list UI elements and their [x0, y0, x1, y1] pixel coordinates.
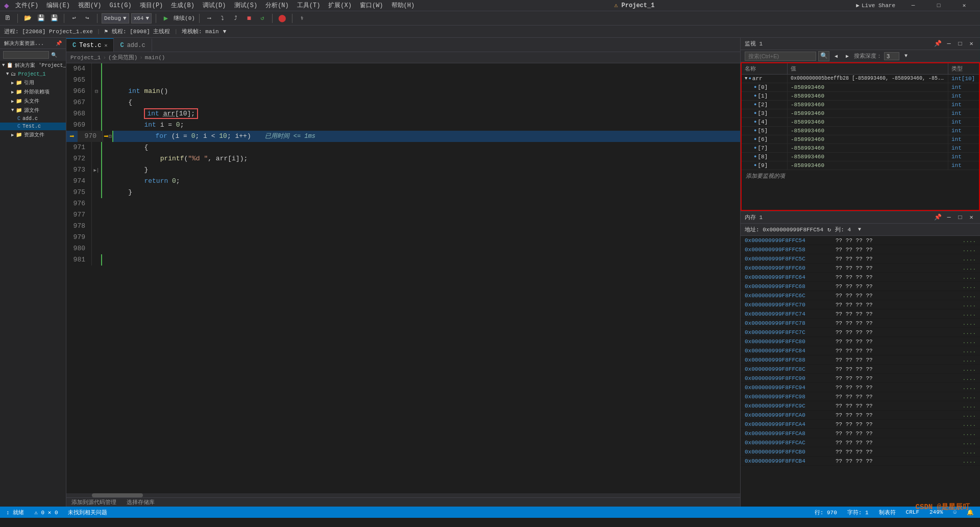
- watch-nav-prev[interactable]: ◀: [831, 52, 841, 61]
- sidebar-item-external-deps[interactable]: ▶ 📁 外部依赖项: [0, 87, 66, 97]
- memory-pin-btn[interactable]: 📌: [933, 213, 942, 222]
- save-btn[interactable]: 💾: [35, 13, 46, 24]
- code-editor[interactable]: 964 965 966 ⊟ int main() 967: [66, 63, 740, 493]
- memory-maximize-btn[interactable]: □: [955, 213, 965, 222]
- watch-row-9[interactable]: ● [9] -858993460 int: [742, 161, 979, 170]
- watch-row-arr[interactable]: ▼ ● arr 0x000000005beeffb28 [-858993460,…: [742, 75, 979, 83]
- add-watch-link[interactable]: 添加要监视的项: [742, 170, 979, 182]
- breadcrumb-project[interactable]: Project_1: [70, 55, 101, 61]
- watch-row-5[interactable]: ● [5] -858993460 int: [742, 127, 979, 135]
- expand-icon-arr[interactable]: ▼: [745, 76, 747, 81]
- editor-scrollbar-h[interactable]: [66, 493, 740, 497]
- gutter-981: [92, 254, 102, 266]
- restart-btn[interactable]: ↺: [257, 13, 268, 24]
- sidebar-search: 🔍: [0, 49, 66, 61]
- close-testc-tab[interactable]: ✕: [104, 42, 107, 49]
- menu-item-project[interactable]: 项目(P): [138, 1, 165, 10]
- menu-item-view[interactable]: 视图(V): [76, 1, 104, 10]
- watch-row-8[interactable]: ● [8] -858993460 int: [742, 153, 979, 161]
- search-icon[interactable]: 🔍: [51, 52, 57, 58]
- sidebar-item-headers[interactable]: ▶ 📁 头文件: [0, 97, 66, 106]
- menu-item-window[interactable]: 窗口(W): [358, 1, 385, 10]
- memory-content[interactable]: 0x000000999F8FFC54 ?? ?? ?? ?? .... 0x00…: [741, 236, 980, 507]
- memory-close-btn[interactable]: ✕: [967, 213, 976, 222]
- status-no-issues[interactable]: 未找到相关问题: [66, 509, 109, 516]
- menu-item-tools[interactable]: 工具(T): [295, 1, 323, 10]
- search-depth-dropdown[interactable]: ▼: [901, 52, 911, 61]
- sidebar-item-solution[interactable]: ▼ 📋 解决方案 'Project_1': [0, 61, 66, 70]
- close-button[interactable]: ✕: [952, 0, 976, 11]
- sidebar-item-project[interactable]: ▼ 🗂 Project_1: [0, 70, 66, 78]
- step-into-btn[interactable]: ⤵: [217, 13, 228, 24]
- continue-btn[interactable]: ▶: [160, 13, 172, 24]
- redo-btn[interactable]: ↪: [82, 13, 93, 24]
- status-indent[interactable]: 制表符: [877, 509, 898, 516]
- search-depth-input[interactable]: [884, 52, 899, 60]
- arch-dropdown[interactable]: x64 ▼: [131, 13, 152, 23]
- menu-item-debug[interactable]: 调试(D): [201, 1, 228, 10]
- watch-minimize-btn[interactable]: ─: [944, 39, 953, 49]
- memory-minimize-btn[interactable]: ─: [944, 213, 953, 222]
- status-ready[interactable]: ↕ 就绪: [4, 509, 26, 516]
- sidebar-item-resources[interactable]: ▶ 📁 资源文件: [0, 130, 66, 139]
- mem-addr-22: 0x000000999F8FFCAC: [745, 440, 831, 446]
- scroll-thumb-h[interactable]: [92, 493, 143, 497]
- watch-row-0[interactable]: ● [0] -858993460 int: [742, 83, 979, 92]
- sidebar-item-source[interactable]: ▼ 📁 源文件: [0, 106, 66, 115]
- open-btn[interactable]: 📂: [22, 13, 33, 24]
- step-over-btn[interactable]: ⟶: [204, 13, 215, 24]
- menu-item-git[interactable]: Git(G): [107, 2, 133, 9]
- menu-item-edit[interactable]: 编辑(E): [44, 1, 72, 10]
- watch-row-3[interactable]: ● [3] -858993460 int: [742, 109, 979, 118]
- stack-dropdown-btn[interactable]: ▼: [223, 29, 227, 35]
- watch-row-2[interactable]: ● [2] -858993460 int: [742, 101, 979, 109]
- tab-addc[interactable]: C add.c: [114, 38, 152, 52]
- watch-row-1[interactable]: ● [1] -858993460 int: [742, 92, 979, 101]
- status-errors[interactable]: ⚠ 0 ✕ 0: [32, 509, 60, 516]
- col-dropdown[interactable]: ▼: [855, 225, 864, 234]
- step-out-btn[interactable]: ⤴: [230, 13, 241, 24]
- live-share-button[interactable]: ▶ Live Share: [852, 2, 899, 9]
- maximize-button[interactable]: □: [927, 0, 950, 11]
- minimize-button[interactable]: ─: [901, 0, 925, 11]
- status-line[interactable]: 行: 970: [813, 509, 839, 516]
- menu-item-extensions[interactable]: 扩展(X): [326, 1, 354, 10]
- bottom-tab-1[interactable]: 添加到源代码管理: [66, 498, 121, 507]
- watch-nav-next[interactable]: ▶: [843, 52, 852, 61]
- new-project-btn[interactable]: 🖹: [2, 13, 13, 24]
- watch-row-7[interactable]: ● [7] -858993460 int: [742, 144, 979, 153]
- menu-item-build[interactable]: 生成(B): [169, 1, 197, 10]
- menu-item-test[interactable]: 测试(S): [232, 1, 260, 10]
- watch-row-4[interactable]: ● [4] -858993460 int: [742, 118, 979, 127]
- menu-item-analyze[interactable]: 分析(N): [263, 1, 291, 10]
- stop-btn[interactable]: ■: [243, 13, 255, 24]
- watch-search-btn[interactable]: 🔍: [818, 51, 829, 61]
- sidebar-item-addc[interactable]: C add.c: [0, 115, 66, 123]
- tab-testc[interactable]: C Test.c ✕: [66, 38, 114, 52]
- thread-health-btn[interactable]: ⚕: [297, 13, 308, 24]
- menu-item-file[interactable]: 文件(F): [13, 1, 41, 10]
- watch-close-btn[interactable]: ✕: [967, 39, 976, 49]
- fold-btn-970[interactable]: ⊟: [109, 133, 112, 139]
- watch-search-input[interactable]: [745, 52, 816, 61]
- menu-item-help[interactable]: 帮助(H): [389, 1, 417, 10]
- watch-pin-btn[interactable]: 📌: [933, 39, 942, 49]
- fold-close-973[interactable]: ▶|: [94, 167, 100, 173]
- refresh-icon[interactable]: ↻: [827, 226, 831, 233]
- debug-config-dropdown[interactable]: Debug ▼: [102, 13, 129, 23]
- watch-maximize-btn[interactable]: □: [955, 39, 965, 49]
- watch-row-6[interactable]: ● [6] -858993460 int: [742, 135, 979, 144]
- breadcrumb-function[interactable]: main(): [145, 55, 165, 61]
- fold-btn-966[interactable]: ⊟: [95, 88, 98, 94]
- bottom-tab-2[interactable]: 选择存储库: [121, 498, 160, 507]
- save-all-btn[interactable]: 💾: [48, 13, 60, 24]
- breadcrumb-scope[interactable]: (全局范围): [108, 54, 137, 61]
- sidebar-item-testc[interactable]: C Test.c: [0, 123, 66, 130]
- undo-btn[interactable]: ↩: [68, 13, 80, 24]
- breakpoint-btn[interactable]: ⬤: [277, 13, 288, 24]
- status-col[interactable]: 字符: 1: [845, 509, 871, 516]
- sidebar-search-input[interactable]: [3, 51, 49, 59]
- sidebar-item-references[interactable]: ▶ 📁 引用: [0, 78, 66, 87]
- sidebar-pin-icon[interactable]: 📌: [56, 40, 62, 46]
- gutter-964: [92, 63, 102, 75]
